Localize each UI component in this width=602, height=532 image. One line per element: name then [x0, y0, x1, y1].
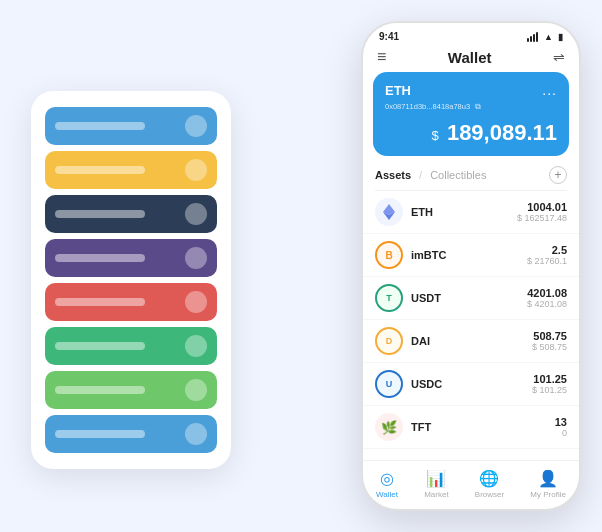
- eth-amounts: 1004.01 $ 162517.48: [517, 201, 567, 223]
- card-row-label-3: [55, 210, 145, 218]
- eth-card-more[interactable]: ...: [542, 82, 557, 98]
- usdt-icon: T: [375, 284, 403, 312]
- market-nav-label: Market: [424, 490, 448, 499]
- usdt-amount: 4201.08: [527, 287, 567, 299]
- bottom-nav: ◎ Wallet 📊 Market 🌐 Browser 👤 My Profile: [363, 460, 579, 509]
- card-row-label-5: [55, 298, 145, 306]
- card-row-label-4: [55, 254, 145, 262]
- usdt-amounts: 4201.08 $ 4201.08: [527, 287, 567, 309]
- menu-icon[interactable]: ≡: [377, 48, 386, 66]
- asset-item-eth[interactable]: ETH 1004.01 $ 162517.48: [363, 191, 579, 234]
- card-row-label-7: [55, 386, 145, 394]
- phone: 9:41 ▲ ▮ ≡ Wallet ⇌ ETH ...: [361, 21, 581, 511]
- page-title: Wallet: [448, 49, 492, 66]
- card-row-icon-6: [185, 335, 207, 357]
- tft-asset-name: TFT: [411, 421, 555, 433]
- dai-asset-name: DAI: [411, 335, 532, 347]
- copy-icon[interactable]: ⧉: [475, 102, 481, 111]
- scan-icon[interactable]: ⇌: [553, 49, 565, 65]
- usdc-icon: U: [375, 370, 403, 398]
- status-bar: 9:41 ▲ ▮: [363, 23, 579, 46]
- assets-tabs: Assets / Collectibles: [375, 169, 486, 181]
- card-row-icon-1: [185, 115, 207, 137]
- asset-item-usdt[interactable]: T USDT 4201.08 $ 4201.08: [363, 277, 579, 320]
- tab-collectibles[interactable]: Collectibles: [430, 169, 486, 181]
- status-icons: ▲ ▮: [527, 32, 563, 42]
- currency-symbol: $: [432, 128, 439, 143]
- card-row-icon-7: [185, 379, 207, 401]
- eth-card-name: ETH: [385, 83, 411, 98]
- card-row-1[interactable]: [45, 107, 217, 145]
- card-row-icon-2: [185, 159, 207, 181]
- eth-asset-name: ETH: [411, 206, 517, 218]
- card-row-4[interactable]: [45, 239, 217, 277]
- wallet-nav-icon: ◎: [380, 469, 394, 488]
- eth-card[interactable]: ETH ... 0x08711d3b...8418a78u3 ⧉ $ 189,0…: [373, 72, 569, 156]
- browser-nav-label: Browser: [475, 490, 504, 499]
- card-row-3[interactable]: [45, 195, 217, 233]
- eth-card-amount: $ 189,089.11: [385, 120, 557, 146]
- card-row-8[interactable]: [45, 415, 217, 453]
- imbtc-amounts: 2.5 $ 21760.1: [527, 244, 567, 266]
- tab-separator: /: [419, 169, 422, 181]
- wallet-nav-label: Wallet: [376, 490, 398, 499]
- usdc-amount: 101.25: [532, 373, 567, 385]
- nav-profile[interactable]: 👤 My Profile: [530, 469, 566, 499]
- asset-list: ETH 1004.01 $ 162517.48 B imBTC 2.5 $ 21…: [363, 191, 579, 460]
- card-row-6[interactable]: [45, 327, 217, 365]
- dai-amount: 508.75: [532, 330, 567, 342]
- usdc-asset-name: USDC: [411, 378, 532, 390]
- card-row-2[interactable]: [45, 151, 217, 189]
- scene: 9:41 ▲ ▮ ≡ Wallet ⇌ ETH ...: [11, 11, 591, 521]
- eth-amount-value: 189,089.11: [447, 120, 557, 145]
- card-row-icon-5: [185, 291, 207, 313]
- card-row-5[interactable]: [45, 283, 217, 321]
- card-row-icon-3: [185, 203, 207, 225]
- dai-amounts: 508.75 $ 508.75: [532, 330, 567, 352]
- card-row-label-6: [55, 342, 145, 350]
- eth-logo-icon: [380, 203, 398, 221]
- eth-amount: 1004.01: [517, 201, 567, 213]
- asset-item-imbtc[interactable]: B imBTC 2.5 $ 21760.1: [363, 234, 579, 277]
- imbtc-usd: $ 21760.1: [527, 256, 567, 266]
- asset-item-dai[interactable]: D DAI 508.75 $ 508.75: [363, 320, 579, 363]
- battery-icon: ▮: [558, 32, 563, 42]
- tft-amount: 13: [555, 416, 567, 428]
- imbtc-icon: B: [375, 241, 403, 269]
- dai-usd: $ 508.75: [532, 342, 567, 352]
- phone-header: ≡ Wallet ⇌: [363, 46, 579, 72]
- tft-amounts: 13 0: [555, 416, 567, 438]
- dai-icon: D: [375, 327, 403, 355]
- card-row-7[interactable]: [45, 371, 217, 409]
- profile-nav-label: My Profile: [530, 490, 566, 499]
- wifi-icon: ▲: [544, 32, 553, 42]
- tab-assets[interactable]: Assets: [375, 169, 411, 181]
- browser-nav-icon: 🌐: [479, 469, 499, 488]
- card-row-label-2: [55, 166, 145, 174]
- card-row-label-1: [55, 122, 145, 130]
- add-asset-button[interactable]: +: [549, 166, 567, 184]
- eth-usd: $ 162517.48: [517, 213, 567, 223]
- imbtc-asset-name: imBTC: [411, 249, 527, 261]
- asset-item-tft[interactable]: 🌿 TFT 13 0: [363, 406, 579, 449]
- signal-icon: [527, 32, 538, 42]
- market-nav-icon: 📊: [426, 469, 446, 488]
- usdc-amounts: 101.25 $ 101.25: [532, 373, 567, 395]
- card-stack: [31, 91, 231, 469]
- profile-nav-icon: 👤: [538, 469, 558, 488]
- tft-usd: 0: [555, 428, 567, 438]
- time-display: 9:41: [379, 31, 399, 42]
- nav-market[interactable]: 📊 Market: [424, 469, 448, 499]
- card-row-label-8: [55, 430, 145, 438]
- eth-card-top: ETH ...: [385, 82, 557, 98]
- card-row-icon-4: [185, 247, 207, 269]
- nav-browser[interactable]: 🌐 Browser: [475, 469, 504, 499]
- eth-card-address: 0x08711d3b...8418a78u3 ⧉: [385, 102, 557, 112]
- usdt-asset-name: USDT: [411, 292, 527, 304]
- usdt-usd: $ 4201.08: [527, 299, 567, 309]
- asset-item-usdc[interactable]: U USDC 101.25 $ 101.25: [363, 363, 579, 406]
- imbtc-amount: 2.5: [527, 244, 567, 256]
- assets-header: Assets / Collectibles +: [363, 166, 579, 190]
- nav-wallet[interactable]: ◎ Wallet: [376, 469, 398, 499]
- tft-icon: 🌿: [375, 413, 403, 441]
